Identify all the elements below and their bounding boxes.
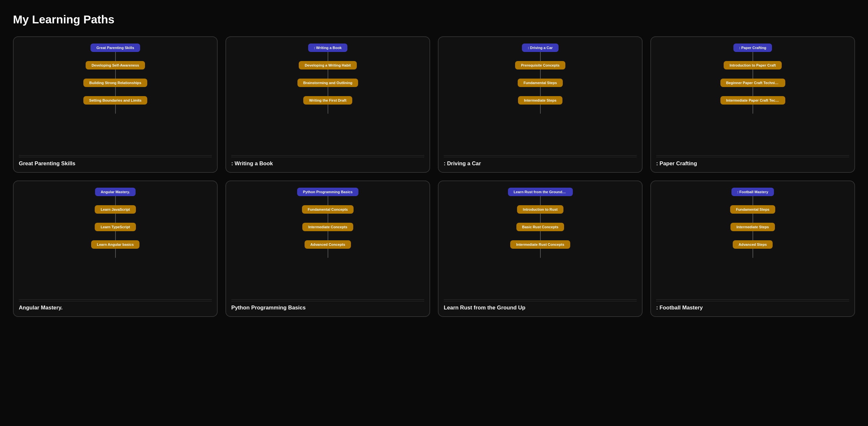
card-angular-mastery[interactable]: Angular Mastery.Learn JavaScriptLearn Ty… [13, 180, 218, 317]
card-title-writing-a-book: : Writing a Book [231, 157, 424, 167]
connector-python-programming-basics-0 [328, 196, 328, 205]
node-step-learn-rust-0[interactable]: Introduction to Rust [517, 205, 563, 214]
connector-bottom-great-parenting-skills [115, 105, 116, 114]
connector-bottom-writing-a-book [328, 105, 328, 114]
connector-paper-crafting-1 [752, 69, 753, 79]
connector-python-programming-basics-1 [328, 214, 328, 223]
node-root-python-programming-basics[interactable]: Python Programming Basics [297, 188, 359, 196]
connector-learn-rust-0 [540, 196, 541, 205]
node-step-angular-mastery-2[interactable]: Learn Angular basics [91, 240, 140, 249]
connector-angular-mastery-0 [115, 196, 116, 205]
node-root-angular-mastery[interactable]: Angular Mastery. [95, 188, 136, 196]
connector-learn-rust-1 [540, 214, 541, 223]
node-step-learn-rust-1[interactable]: Basic Rust Concepts [517, 223, 564, 231]
connector-bottom-paper-crafting [752, 105, 753, 114]
card-diagram-writing-a-book: : Writing a BookDeveloping a Writing Hab… [231, 44, 424, 152]
card-paper-crafting[interactable]: : Paper CraftingIntroduction to Paper Cr… [650, 36, 855, 173]
node-step-python-programming-basics-2[interactable]: Advanced Concepts [305, 240, 351, 249]
node-root-driving-a-car[interactable]: : Driving a Car [522, 44, 558, 52]
card-diagram-great-parenting-skills: Great Parenting SkillsDeveloping Self-Aw… [19, 44, 212, 152]
node-root-writing-a-book[interactable]: : Writing a Book [308, 44, 348, 52]
node-step-paper-crafting-0[interactable]: Introduction to Paper Craft [724, 61, 781, 69]
card-divider-writing-a-book [231, 155, 424, 155]
connector-paper-crafting-2 [752, 87, 753, 96]
connector-writing-a-book-0 [328, 52, 328, 61]
connector-bottom-driving-a-car [540, 105, 541, 114]
card-title-angular-mastery: Angular Mastery. [19, 301, 212, 311]
connector-driving-a-car-1 [540, 69, 541, 79]
card-diagram-football-mastery: : Football MasteryFundamental StepsInter… [656, 188, 849, 297]
node-step-learn-rust-2[interactable]: Intermediate Rust Concepts [510, 240, 570, 249]
node-root-paper-crafting[interactable]: : Paper Crafting [734, 44, 772, 52]
card-diagram-paper-crafting: : Paper CraftingIntroduction to Paper Cr… [656, 44, 849, 152]
connector-football-mastery-0 [752, 196, 753, 205]
node-root-football-mastery[interactable]: : Football Mastery [732, 188, 774, 196]
connector-learn-rust-2 [540, 231, 541, 240]
card-title-learn-rust: Learn Rust from the Ground Up [444, 301, 637, 311]
connector-great-parenting-skills-1 [115, 69, 116, 79]
node-root-great-parenting-skills[interactable]: Great Parenting Skills [91, 44, 140, 52]
node-step-angular-mastery-1[interactable]: Learn TypeScript [95, 223, 136, 231]
node-step-football-mastery-2[interactable]: Advanced Steps [733, 240, 773, 249]
card-diagram-learn-rust: Learn Rust from the Ground UpIntroductio… [444, 188, 637, 297]
card-title-python-programming-basics: Python Programming Basics [231, 301, 424, 311]
node-step-python-programming-basics-0[interactable]: Fundamental Concepts [302, 205, 354, 214]
connector-football-mastery-1 [752, 214, 753, 223]
connector-driving-a-car-2 [540, 87, 541, 96]
node-step-python-programming-basics-1[interactable]: Intermediate Concepts [302, 223, 353, 231]
node-step-driving-a-car-1[interactable]: Fundamental Steps [518, 79, 563, 87]
card-divider-driving-a-car [444, 155, 637, 155]
card-divider-football-mastery [656, 300, 849, 300]
connector-paper-crafting-0 [752, 52, 753, 61]
card-driving-a-car[interactable]: : Driving a CarPrerequisite ConceptsFund… [438, 36, 643, 173]
node-step-football-mastery-1[interactable]: Intermediate Steps [731, 223, 775, 231]
card-diagram-angular-mastery: Angular Mastery.Learn JavaScriptLearn Ty… [19, 188, 212, 297]
card-title-driving-a-car: : Driving a Car [444, 157, 637, 167]
card-title-paper-crafting: : Paper Crafting [656, 157, 849, 167]
node-step-writing-a-book-0[interactable]: Developing a Writing Habit [299, 61, 356, 69]
connector-driving-a-car-0 [540, 52, 541, 61]
connector-great-parenting-skills-2 [115, 87, 116, 96]
connector-angular-mastery-2 [115, 231, 116, 240]
node-step-great-parenting-skills-2[interactable]: Setting Boundaries and Limits [83, 96, 148, 105]
node-step-football-mastery-0[interactable]: Fundamental Steps [730, 205, 775, 214]
connector-bottom-football-mastery [752, 249, 753, 258]
card-football-mastery[interactable]: : Football MasteryFundamental StepsInter… [650, 180, 855, 317]
node-step-great-parenting-skills-1[interactable]: Building Strong Relationships [83, 79, 147, 87]
card-divider-learn-rust [444, 300, 637, 300]
connector-football-mastery-2 [752, 231, 753, 240]
card-divider-python-programming-basics [231, 300, 424, 300]
node-step-angular-mastery-0[interactable]: Learn JavaScript [95, 205, 135, 214]
card-learn-rust[interactable]: Learn Rust from the Ground UpIntroductio… [438, 180, 643, 317]
node-root-learn-rust[interactable]: Learn Rust from the Ground Up [508, 188, 573, 196]
node-step-driving-a-car-0[interactable]: Prerequisite Concepts [515, 61, 565, 69]
learning-paths-grid: Great Parenting SkillsDeveloping Self-Aw… [13, 36, 855, 317]
connector-writing-a-book-2 [328, 87, 328, 96]
node-step-writing-a-book-1[interactable]: Brainstorming and Outlining [298, 79, 359, 87]
node-step-paper-crafting-1[interactable]: Beginner Paper Craft Techniques [720, 79, 785, 87]
connector-angular-mastery-1 [115, 214, 116, 223]
node-step-writing-a-book-2[interactable]: Writing the First Draft [303, 96, 352, 105]
card-diagram-driving-a-car: : Driving a CarPrerequisite ConceptsFund… [444, 44, 637, 152]
connector-bottom-learn-rust [540, 249, 541, 258]
card-great-parenting-skills[interactable]: Great Parenting SkillsDeveloping Self-Aw… [13, 36, 218, 173]
card-title-great-parenting-skills: Great Parenting Skills [19, 157, 212, 167]
page-title: My Learning Paths [13, 13, 855, 26]
card-divider-angular-mastery [19, 300, 212, 300]
card-divider-great-parenting-skills [19, 155, 212, 155]
node-step-paper-crafting-2[interactable]: Intermediate Paper Craft Techniques [720, 96, 785, 105]
card-divider-paper-crafting [656, 155, 849, 155]
connector-writing-a-book-1 [328, 69, 328, 79]
connector-bottom-python-programming-basics [328, 249, 328, 258]
node-step-driving-a-car-2[interactable]: Intermediate Steps [518, 96, 562, 105]
card-diagram-python-programming-basics: Python Programming BasicsFundamental Con… [231, 188, 424, 297]
card-writing-a-book[interactable]: : Writing a BookDeveloping a Writing Hab… [225, 36, 430, 173]
connector-bottom-angular-mastery [115, 249, 116, 258]
connector-great-parenting-skills-0 [115, 52, 116, 61]
connector-python-programming-basics-2 [328, 231, 328, 240]
node-step-great-parenting-skills-0[interactable]: Developing Self-Awareness [86, 61, 145, 69]
card-python-programming-basics[interactable]: Python Programming BasicsFundamental Con… [225, 180, 430, 317]
card-title-football-mastery: : Football Mastery [656, 301, 849, 311]
